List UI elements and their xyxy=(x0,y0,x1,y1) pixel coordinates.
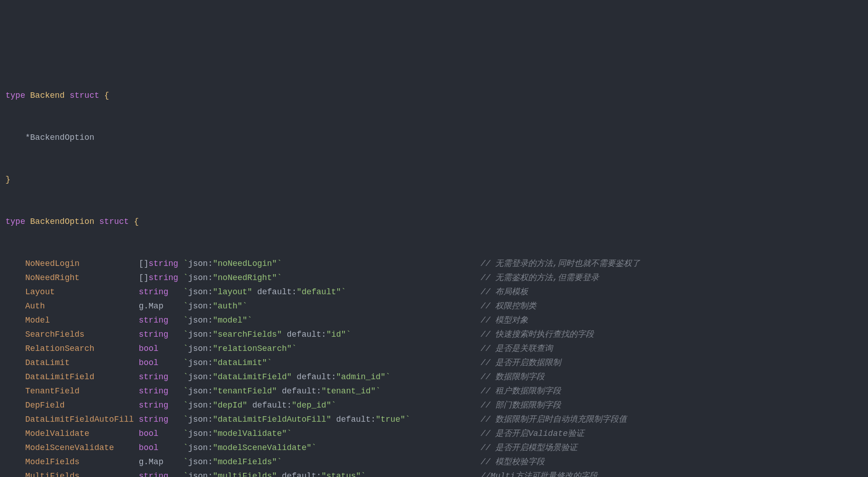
struct-field-line: ModelSceneValidate bool `json:"modelScen… xyxy=(5,441,868,455)
code-line: type BackendOption struct { xyxy=(5,215,868,229)
field-type: string xyxy=(139,387,169,396)
code-line: } xyxy=(5,173,868,187)
field-type: string xyxy=(139,415,169,424)
field-tag: `json:"noNeedLogin"` xyxy=(183,259,282,268)
field-tag: `json:"dataLimitField" default:"admin_id… xyxy=(183,372,391,382)
field-comment: // 无需鉴权的方法,但需要登录 xyxy=(481,271,599,285)
struct-field-line: NoNeedRight []string `json:"noNeedRight"… xyxy=(5,271,868,285)
code-line: *BackendOption xyxy=(5,131,868,145)
field-tag: `json:"layout" default:"default"` xyxy=(183,287,346,297)
field-name: DataLimitFieldAutoFill xyxy=(25,415,134,424)
field-name: DepField xyxy=(25,401,64,410)
close-brace: } xyxy=(5,175,11,184)
field-type: g.Map xyxy=(139,457,164,466)
field-comment: // 模型对象 xyxy=(481,313,528,328)
code-editor: type Backend struct { *BackendOption } t… xyxy=(5,60,868,477)
field-name: ModelFields xyxy=(25,457,79,466)
field-type: string xyxy=(139,372,169,382)
struct-field-line: DepField string `json:"depId" default:"d… xyxy=(5,398,868,413)
field-comment: // 部门数据限制字段 xyxy=(481,398,561,413)
field-comment: // 布局模板 xyxy=(481,285,528,299)
field-tag: `json:"relationSearch"` xyxy=(183,344,296,353)
field-comment: // 权限控制类 xyxy=(481,299,536,313)
struct-field-line: MultiFields string `json:"multiFields" d… xyxy=(5,469,868,477)
field-type: bool xyxy=(139,358,159,367)
field-name: NoNeedRight xyxy=(25,273,79,282)
field-tag: `json:"model"` xyxy=(183,316,252,325)
star-op: * xyxy=(25,133,30,142)
field-name: RelationSearch xyxy=(25,344,94,353)
field-comment: // 是否开启Validate验证 xyxy=(481,427,584,441)
struct-field-line: Layout string `json:"layout" default:"de… xyxy=(5,285,868,299)
open-brace: { xyxy=(104,91,109,100)
field-type: string xyxy=(139,472,169,477)
struct-field-line: RelationSearch bool `json:"relationSearc… xyxy=(5,342,868,356)
struct-field-line: DataLimitField string `json:"dataLimitFi… xyxy=(5,370,868,384)
struct-field-line: DataLimit bool `json:"dataLimit"`// 是否开启… xyxy=(5,356,868,370)
field-tag: `json:"modelSceneValidate"` xyxy=(183,443,317,452)
indent xyxy=(5,133,25,142)
field-tag: `json:"auth"` xyxy=(183,302,247,311)
field-comment: // 是否开启模型场景验证 xyxy=(481,441,577,455)
field-name: ModelSceneValidate xyxy=(25,443,114,452)
field-type: bool xyxy=(139,443,159,452)
struct-field-line: SearchFields string `json:"searchFields"… xyxy=(5,328,868,342)
field-name: Model xyxy=(25,316,50,325)
field-name: MultiFields xyxy=(25,472,79,477)
struct-field-line: Auth g.Map `json:"auth"`// 权限控制类 xyxy=(5,299,868,313)
type-backendoption: BackendOption xyxy=(30,217,94,226)
field-tag: `json:"modelValidate"` xyxy=(183,429,292,438)
keyword-type: type xyxy=(5,91,25,100)
field-type: string xyxy=(139,330,169,339)
field-comment: // 数据限制字段 xyxy=(481,370,545,384)
field-tag: `json:"searchFields" default:"id"` xyxy=(183,330,351,339)
type-backend: Backend xyxy=(30,91,65,100)
field-name: DataLimitField xyxy=(25,372,94,382)
field-comment: // 模型校验字段 xyxy=(481,455,545,469)
open-brace: { xyxy=(134,217,139,226)
field-type: string xyxy=(139,287,169,297)
field-comment: // 数据限制开启时自动填充限制字段值 xyxy=(481,413,627,427)
field-comment: // 租户数据限制字段 xyxy=(481,384,561,398)
embedded-type: BackendOption xyxy=(30,133,94,142)
field-name: ModelValidate xyxy=(25,429,89,438)
field-type: bool xyxy=(139,429,159,438)
field-comment: // 是否是关联查询 xyxy=(481,342,553,356)
field-comment: // 无需登录的方法,同时也就不需要鉴权了 xyxy=(481,257,640,271)
field-comment: // 是否开启数据限制 xyxy=(481,356,561,370)
field-type: bool xyxy=(139,344,159,353)
field-tag: `json:"noNeedRight"` xyxy=(183,273,282,282)
field-type: string xyxy=(139,401,169,410)
field-tag: `json:"tenantField" default:"tenant_id"` xyxy=(183,387,381,396)
struct-field-line: ModelValidate bool `json:"modelValidate"… xyxy=(5,427,868,441)
struct-field-line: DataLimitFieldAutoFill string `json:"dat… xyxy=(5,413,868,427)
field-type: g.Map xyxy=(139,302,164,311)
struct-field-line: ModelFields g.Map `json:"modelFields"`//… xyxy=(5,455,868,469)
field-name: Layout xyxy=(25,287,55,297)
field-comment: // 快速搜索时执行查找的字段 xyxy=(481,328,594,342)
field-type: string xyxy=(148,259,178,268)
field-tag: `json:"dataLimit"` xyxy=(183,358,272,367)
field-tag: `json:"dataLimitFieldAutoFill" default:"… xyxy=(183,415,410,424)
field-type: string xyxy=(148,273,178,282)
field-name: Auth xyxy=(25,302,45,311)
field-tag: `json:"depId" default:"dep_id"` xyxy=(183,401,336,410)
field-name: NoNeedLogin xyxy=(25,259,79,268)
field-name: TenantField xyxy=(25,387,79,396)
field-tag: `json:"multiFields" default:"status"` xyxy=(183,472,366,477)
field-type: string xyxy=(139,316,169,325)
code-line: type Backend struct { xyxy=(5,89,868,103)
struct-field-line: Model string `json:"model"`// 模型对象 xyxy=(5,313,868,328)
keyword-struct: struct xyxy=(99,217,129,226)
keyword-type: type xyxy=(5,217,25,226)
field-tag: `json:"modelFields"` xyxy=(183,457,282,466)
field-name: SearchFields xyxy=(25,330,85,339)
struct-field-line: TenantField string `json:"tenantField" d… xyxy=(5,384,868,398)
struct-field-line: NoNeedLogin []string `json:"noNeedLogin"… xyxy=(5,257,868,271)
keyword-struct: struct xyxy=(69,91,99,100)
field-comment: //Multi方法可批量修改的字段 xyxy=(481,469,598,477)
field-name: DataLimit xyxy=(25,358,69,367)
